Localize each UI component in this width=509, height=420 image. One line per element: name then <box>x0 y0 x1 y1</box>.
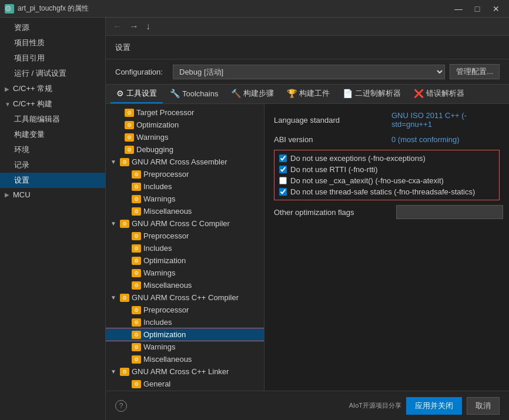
titlebar: ⚙ art_pi_touchgfx 的属性 — □ ✕ <box>0 0 509 18</box>
sidebar-item-label: 项目引用 <box>14 53 45 63</box>
tree-item-icon: ⚙ <box>125 133 134 142</box>
maximize-button[interactable]: □ <box>469 2 485 15</box>
tree-item[interactable]: ⚙Optimization <box>106 328 264 341</box>
tree-item[interactable]: ⚙Includes <box>106 316 264 328</box>
settings-panel: Language standard GNU ISO 2011 C++ (-std… <box>264 104 509 391</box>
tree-item-icon: ⚙ <box>132 195 141 203</box>
tab-error-parsers[interactable]: ❌ 错误解析器 <box>408 85 470 103</box>
config-select[interactable]: Debug [活动] <box>173 65 445 79</box>
tree-item[interactable]: ▼⚙GNU ARM Cross C++ Linker <box>106 365 264 378</box>
tree-item[interactable]: ⚙Optimization <box>106 254 264 267</box>
tree-item[interactable]: ⚙Miscellaneous <box>106 279 264 291</box>
sidebar-item[interactable]: 构建变量 <box>0 127 105 142</box>
tree-item-label: Warnings <box>143 194 175 203</box>
tree-item[interactable]: ⚙Warnings <box>106 267 264 279</box>
other-flags-input[interactable] <box>396 205 503 219</box>
apply-close-button[interactable]: 应用并关闭 <box>406 397 462 415</box>
sidebar-item[interactable]: 项目引用 <box>0 51 105 66</box>
config-row: Configuration: Debug [活动] 管理配置... <box>106 59 509 85</box>
tree-item[interactable]: ⚙Warnings <box>106 131 264 143</box>
sidebar-item[interactable]: 环境 <box>0 142 105 157</box>
sidebar-item[interactable]: 工具能编辑器 <box>0 112 105 127</box>
sidebar-item[interactable]: ▶MCU <box>0 188 105 201</box>
tree-item-icon: ⚙ <box>132 170 141 179</box>
sidebar-item[interactable]: ▶C/C++ 常规 <box>0 81 105 96</box>
tree-expand-icon: ▼ <box>110 368 118 375</box>
checkbox-input[interactable] <box>279 188 287 196</box>
tree-item-icon: ⚙ <box>125 109 134 117</box>
forward-button[interactable]: → <box>127 20 141 33</box>
sidebar-item[interactable]: 记录 <box>0 157 105 173</box>
tree-item[interactable]: ⚙Miscellaneous <box>106 205 264 217</box>
tree-item-icon: ⚙ <box>132 183 141 191</box>
tree-item[interactable]: ▼⚙GNU ARM Cross C Compiler <box>106 217 264 230</box>
tree-expand-icon: ▼ <box>110 220 118 227</box>
sidebar-item[interactable]: ▼C/C++ 构建 <box>0 96 105 112</box>
tree-item[interactable]: ⚙Includes <box>106 242 264 254</box>
sidebar-item-label: 记录 <box>14 160 29 170</box>
tree-item-label: GNU ARM Cross C Compiler <box>132 219 230 228</box>
tree-item[interactable]: ⚙Includes <box>106 180 264 193</box>
tree-item[interactable]: ⚙Preprocessor <box>106 304 264 316</box>
body-area: ⚙Target Processor⚙Optimization⚙Warnings⚙… <box>106 104 509 391</box>
checkbox-input[interactable] <box>279 166 287 173</box>
tree-item-label: Optimization <box>143 256 186 265</box>
tree-item-label: Includes <box>143 244 172 253</box>
tree-item[interactable]: ⚙Optimization <box>106 119 264 131</box>
help-icon[interactable]: ? <box>115 400 127 412</box>
cancel-button[interactable]: 取消 <box>467 397 500 415</box>
tree-item-icon: ⚙ <box>132 232 141 240</box>
watermark-text: AIoT开源项目分享 <box>349 401 401 410</box>
checkbox-input[interactable] <box>279 154 287 162</box>
down-button[interactable]: ↓ <box>143 20 153 33</box>
toolbar-tabs: ⚙ 工具设置 🔧 Toolchains 🔨 构建步骤 🏆 构建工件 📄 二进制解… <box>106 85 509 104</box>
error-parsers-icon: ❌ <box>414 89 424 98</box>
checkbox-row: Do not use _cxa_atexit() (-fno-use-cxa-a… <box>279 175 494 186</box>
nav-arrows: ← → ↓ <box>106 18 509 36</box>
tree-item[interactable]: ⚙Debugging <box>106 143 264 156</box>
back-button[interactable]: ← <box>110 20 125 33</box>
tree-item[interactable]: ⚙Warnings <box>106 193 264 205</box>
tab-tool-settings[interactable]: ⚙ 工具设置 <box>110 85 163 103</box>
settings-title: 设置 <box>115 43 130 52</box>
tree-item-label: GNU ARM Cross C++ Linker <box>132 367 229 376</box>
tree-item[interactable]: ▼⚙GNU ARM Cross C++ Compiler <box>106 291 264 304</box>
tab-build-artifacts-label: 构建工件 <box>299 88 330 99</box>
abi-version-row: ABI version 0 (most conforming) <box>274 132 500 146</box>
tree-expand-icon: ▼ <box>110 159 118 165</box>
language-standard-row: Language standard GNU ISO 2011 C++ (-std… <box>274 111 500 129</box>
tree-item[interactable]: ▼⚙GNU ARM Cross Assembler <box>106 156 264 168</box>
tab-error-parsers-label: 错误解析器 <box>426 88 464 99</box>
tree-item-icon: ⚙ <box>120 294 129 302</box>
tree-item-label: Miscellaneous <box>143 355 192 364</box>
sidebar-item-label: 项目性质 <box>14 38 45 48</box>
tree-item-label: Includes <box>143 182 172 191</box>
tree-item[interactable]: ⚙Preprocessor <box>106 230 264 242</box>
tab-toolchains[interactable]: 🔧 Toolchains <box>164 85 224 103</box>
other-flags-row: Other optimization flags <box>274 205 500 219</box>
tab-build-artifacts[interactable]: 🏆 构建工件 <box>281 85 336 103</box>
tree-item[interactable]: ⚙Preprocessor <box>106 168 264 180</box>
checkbox-input[interactable] <box>279 177 287 184</box>
sidebar-item[interactable]: 设置 <box>0 173 105 188</box>
sidebar-item-label: C/C++ 构建 <box>13 99 52 109</box>
language-standard-value: GNU ISO 2011 C++ (-std=gnu++1 <box>391 111 500 129</box>
sidebar-item[interactable]: 项目性质 <box>0 35 105 51</box>
expand-icon: ▶ <box>5 86 11 92</box>
checkbox-group: Do not use exceptions (-fno-exceptions)D… <box>274 150 500 200</box>
close-button[interactable]: ✕ <box>488 2 504 15</box>
sidebar-item[interactable]: 运行 / 调试设置 <box>0 66 105 81</box>
tree-item[interactable]: ⚙Miscellaneous <box>106 353 264 365</box>
tab-binary-parsers[interactable]: 📄 二进制解析器 <box>337 85 407 103</box>
tree-item[interactable]: ⚙Target Processor <box>106 106 264 119</box>
tree-item-icon: ⚙ <box>132 318 141 327</box>
tree-item-icon: ⚙ <box>132 244 141 253</box>
tree-item-icon: ⚙ <box>125 146 134 154</box>
minimize-button[interactable]: — <box>450 2 467 15</box>
tree-item[interactable]: ⚙Warnings <box>106 341 264 353</box>
tree-item[interactable]: ⚙General <box>106 378 264 390</box>
tab-build-steps[interactable]: 🔨 构建步骤 <box>225 85 280 103</box>
manage-config-button[interactable]: 管理配置... <box>450 64 500 79</box>
sidebar-item-label: 资源 <box>14 22 29 33</box>
sidebar-item[interactable]: 资源 <box>0 20 105 35</box>
